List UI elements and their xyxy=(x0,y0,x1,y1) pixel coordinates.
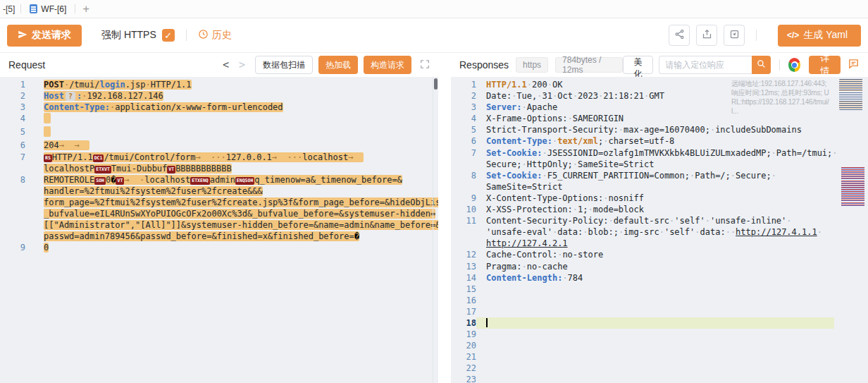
panel-splitter[interactable] xyxy=(438,53,451,383)
code-line: localhostPETXVTTmui-DubbufVTBBBBBBBBBBB xyxy=(0,163,438,174)
code-line: 6Content-Type:·text/xml;·charset=utf-8 xyxy=(451,135,868,147)
request-editor[interactable]: 1POST·/tmui/login.jsp·HTTP/1.12Host?:·19… xyxy=(0,77,438,383)
responses-title: Responses xyxy=(459,59,509,71)
line-number: 7 xyxy=(451,147,476,159)
toolbar-divider xyxy=(186,30,187,41)
line-number: 11 xyxy=(451,215,476,226)
request-scrollbar-thumb[interactable] xyxy=(434,78,438,90)
line-number xyxy=(0,197,25,208)
line-number xyxy=(451,238,476,249)
new-tab-button[interactable]: + xyxy=(75,2,97,16)
code-line: 16 xyxy=(451,295,868,306)
code-line: 7Set-Cookie:·JSESSIONID=ozlafg1mTMVKXkbk… xyxy=(451,147,868,159)
response-editor[interactable]: 远端地址:192.168.127.146:443; 响应时间:12ms; 总耗时… xyxy=(451,77,868,383)
packet-scan-button[interactable]: 数据包扫描 xyxy=(255,56,313,74)
line-number: 9 xyxy=(0,242,25,253)
code-line: form_page=%2ftmui%2fsystem%2fuser%2fcrea… xyxy=(0,197,438,208)
code-line: 10X-XSS-Protection:·1;·mode=block xyxy=(451,204,868,215)
code-line: 20 xyxy=(451,340,868,351)
code-line: 15 xyxy=(451,284,868,295)
line-number xyxy=(0,186,25,197)
line-number: 21 xyxy=(451,351,476,363)
code-line: 8REMOTEROLESOH0�VT→ ·localhostETXENQadmi… xyxy=(0,174,438,186)
response-search xyxy=(659,56,771,74)
line-number: 20 xyxy=(451,340,476,351)
line-number xyxy=(451,181,476,193)
code-line: 21 xyxy=(451,351,868,363)
code-line: SameSite=Strict xyxy=(451,181,868,193)
control-char-badge: SOH xyxy=(94,177,106,185)
search-icon xyxy=(757,59,766,71)
line-number: 14 xyxy=(451,272,476,284)
code-line: 4 xyxy=(0,113,438,126)
code-icon: </> xyxy=(787,30,799,40)
code-line: 14Content-Length:·784 xyxy=(451,272,868,284)
control-char-badge: VT xyxy=(116,177,124,185)
beautify-button[interactable]: 美化 xyxy=(623,56,653,74)
generate-yaml-button[interactable]: </> 生成 Yaml xyxy=(778,25,861,47)
code-line: 23 xyxy=(451,374,868,383)
force-https-label: 强制 HTTPS xyxy=(101,29,156,42)
fullscreen-icon[interactable] xyxy=(420,59,430,71)
line-number xyxy=(0,208,25,219)
send-request-label: 发送请求 xyxy=(32,29,71,42)
line-number xyxy=(0,231,25,242)
tab-bar: -[5] WF-[6] + xyxy=(0,0,868,18)
code-line: 18 xyxy=(451,317,868,329)
compose-icon xyxy=(729,29,740,42)
line-number: 8 xyxy=(451,170,476,181)
code-line: 6204→ → xyxy=(0,140,438,151)
header-divider xyxy=(779,59,780,71)
code-line: [["Administrator","[All]"]]&systemuser-h… xyxy=(0,219,438,231)
detail-button[interactable]: 详情 xyxy=(809,56,841,74)
send-request-button[interactable]: 发送请求 xyxy=(7,25,82,47)
compose-button[interactable] xyxy=(724,25,745,46)
line-number xyxy=(451,159,476,170)
document-icon xyxy=(30,4,37,13)
code-line: 5 xyxy=(0,126,438,140)
share-button[interactable] xyxy=(669,25,690,46)
size-time-badge: 784bytes / 12ms xyxy=(555,57,623,73)
minimap[interactable] xyxy=(837,77,868,383)
line-number: 23 xyxy=(451,374,476,383)
line-number: 6 xyxy=(451,135,476,147)
text-cursor xyxy=(486,318,488,327)
line-number: 12 xyxy=(451,249,476,260)
line-number xyxy=(0,219,25,231)
tab-wf-6[interactable]: WF-[6] xyxy=(21,0,75,18)
line-number: 5 xyxy=(451,124,476,135)
code-line: _bufvalue=eIL4RUnSwXYoPUIOGcOFx2o00Xc%3d… xyxy=(0,208,438,219)
line-number: 7 xyxy=(0,152,25,163)
line-number xyxy=(0,163,25,174)
history-button[interactable]: 历史 xyxy=(198,29,232,42)
line-number: 15 xyxy=(451,284,476,295)
code-line: 1POST·/tmui/login.jsp·HTTP/1.1 xyxy=(0,79,438,90)
next-request-button[interactable]: > xyxy=(239,59,245,71)
hot-reload-button[interactable]: 热加载 xyxy=(318,56,358,74)
code-line: 17 xyxy=(451,306,868,317)
tab-5[interactable]: -[5] xyxy=(0,0,20,18)
request-editor-edge xyxy=(433,77,433,383)
construct-request-button[interactable]: 构造请求 xyxy=(364,56,411,74)
export-icon xyxy=(702,29,712,42)
line-number: 2 xyxy=(451,90,476,102)
line-number: 16 xyxy=(451,295,476,306)
fuzz-helper-badge[interactable]: ? xyxy=(66,92,75,101)
force-https-checkbox[interactable]: ✓ xyxy=(162,29,175,42)
export-button[interactable] xyxy=(696,25,717,46)
line-number: 1 xyxy=(451,79,476,90)
control-char-badge: DC1 xyxy=(93,154,104,162)
line-number: 1 xyxy=(0,79,25,90)
line-number: 13 xyxy=(451,261,476,272)
prev-request-button[interactable]: < xyxy=(223,59,229,71)
control-char-badge: RS xyxy=(44,154,52,162)
response-search-input[interactable] xyxy=(659,56,752,74)
code-line: passwd=admin789456&passwd_before=&finish… xyxy=(0,231,438,242)
tab-wf-6-label: WF-[6] xyxy=(41,4,66,14)
code-line: 7RSHTTP/1.1DC1/tmui/Control/form→ ···127… xyxy=(0,152,438,163)
line-number: 2 xyxy=(0,90,25,102)
code-line: 8Set-Cookie:·F5_CURRENT_PARTITION=Common… xyxy=(451,170,868,181)
search-button[interactable] xyxy=(752,56,771,74)
feedback-icon[interactable] xyxy=(848,58,860,72)
chrome-icon[interactable] xyxy=(788,58,800,72)
